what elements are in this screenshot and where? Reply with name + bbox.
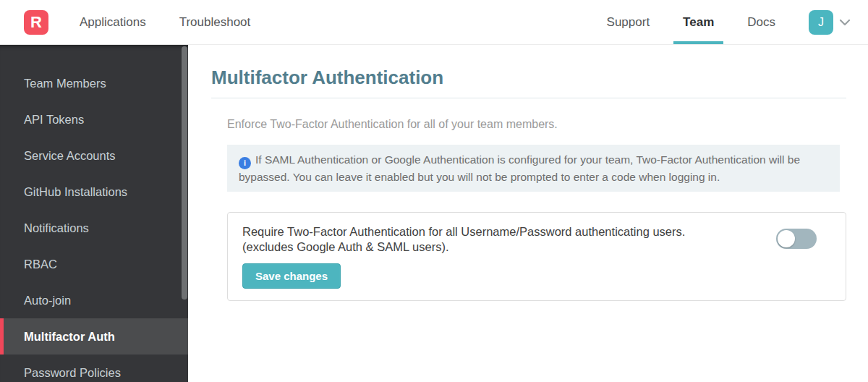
nav-item-troubleshoot[interactable]: Troubleshoot — [178, 0, 252, 44]
sidebar-item-notifications[interactable]: Notifications — [0, 210, 188, 246]
sidebar-item-api-tokens[interactable]: API Tokens — [0, 101, 188, 137]
sidebar-item-rbac[interactable]: RBAC — [0, 246, 188, 282]
settings-section: Enforce Two-Factor Authentication for al… — [227, 117, 846, 301]
primary-nav: Applications Troubleshoot — [78, 0, 282, 44]
section-subtitle: Enforce Two-Factor Authentication for al… — [227, 117, 846, 132]
setting-description-line2: (excludes Google Auth & SAML users). — [242, 239, 685, 255]
sidebar-item-service-accounts[interactable]: Service Accounts — [0, 137, 188, 174]
avatar[interactable]: J — [809, 10, 833, 35]
user-menu[interactable]: J — [809, 10, 851, 35]
top-nav-bar: R Applications Troubleshoot Support Team… — [0, 0, 868, 45]
nav-item-docs[interactable]: Docs — [746, 0, 777, 44]
two-factor-toggle[interactable] — [776, 229, 817, 249]
setting-left-column: Require Two-Factor Authentication for al… — [242, 224, 685, 289]
sidebar-item-github-installations[interactable]: GitHub Installations — [0, 174, 188, 210]
save-changes-button[interactable]: Save changes — [242, 263, 341, 289]
info-icon: i — [239, 157, 251, 169]
main-content: Multifactor Authentication Enforce Two-F… — [188, 45, 868, 382]
sidebar-scrollbar-thumb[interactable] — [182, 46, 187, 300]
sidebar-item-password-policies[interactable]: Password Policies — [0, 355, 188, 382]
nav-item-applications[interactable]: Applications — [78, 0, 148, 44]
secondary-nav: Support Team Docs J — [575, 0, 851, 44]
info-banner-text: If SAML Authentication or Google Authent… — [239, 153, 800, 183]
setting-description: Require Two-Factor Authentication for al… — [242, 224, 685, 255]
sidebar-item-multifactor-auth[interactable]: Multifactor Auth — [0, 318, 188, 355]
chevron-down-icon — [839, 19, 851, 26]
page-body: Team Members API Tokens Service Accounts… — [0, 45, 868, 382]
rollbar-logo[interactable]: R — [24, 10, 48, 35]
sidebar-item-auto-join[interactable]: Auto-join — [0, 282, 188, 318]
settings-sidebar: Team Members API Tokens Service Accounts… — [0, 45, 188, 382]
info-banner: iIf SAML Authentication or Google Authen… — [227, 145, 840, 192]
page-title: Multifactor Authentication — [211, 67, 846, 88]
setting-description-line1: Require Two-Factor Authentication for al… — [242, 224, 685, 239]
two-factor-setting-card: Require Two-Factor Authentication for al… — [227, 212, 846, 301]
sidebar-item-team-members[interactable]: Team Members — [0, 65, 188, 101]
nav-item-support[interactable]: Support — [605, 0, 652, 44]
nav-item-team[interactable]: Team — [681, 0, 715, 44]
title-divider — [211, 98, 846, 98]
toggle-knob — [778, 230, 795, 247]
